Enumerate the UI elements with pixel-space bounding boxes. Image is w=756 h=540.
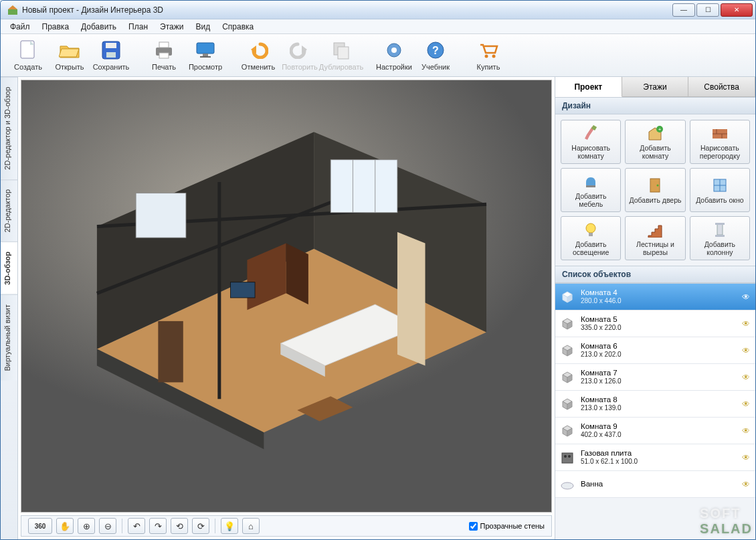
object-row[interactable]: Комната 6213.0 x 202.0👁 xyxy=(555,337,755,364)
save-button[interactable]: Сохранить xyxy=(90,38,132,72)
redo-button[interactable]: Повторить xyxy=(279,38,320,72)
design-btn-window[interactable]: Добавить окно xyxy=(690,168,750,212)
menu-help[interactable]: Справка xyxy=(217,21,259,33)
object-row[interactable]: Комната 9402.0 x 437.0👁 xyxy=(555,418,755,444)
open-button[interactable]: Открыть xyxy=(49,38,90,72)
object-name: Комната 4 xyxy=(581,288,622,297)
svg-rect-10 xyxy=(197,43,214,54)
tab-2d-editor[interactable]: 2D-редактор xyxy=(1,179,17,242)
object-name: Комната 7 xyxy=(581,369,622,377)
menu-edit[interactable]: Правка xyxy=(37,21,75,33)
menu-plan[interactable]: План xyxy=(123,21,153,33)
object-row[interactable]: Комната 4280.0 x 446.0👁 xyxy=(555,284,755,310)
bulb-icon: 💡 xyxy=(224,521,235,531)
objects-list[interactable]: Комната 4280.0 x 446.0👁Комната 5335.0 x … xyxy=(555,283,755,539)
app-window: Новый проект - Дизайн Интерьера 3D — ☐ ✕… xyxy=(0,0,756,540)
svg-point-21 xyxy=(485,55,488,58)
pan-button[interactable]: ✋ xyxy=(56,518,74,534)
menubar: Файл Правка Добавить План Этажи Вид Спра… xyxy=(1,19,755,34)
main-toolbar: Создать Открыть Сохранить Печать Просмот… xyxy=(1,34,755,77)
design-btn-door[interactable]: Добавить дверь xyxy=(625,168,685,212)
design-btn-chair[interactable]: Добавить мебель xyxy=(561,168,621,212)
object-row[interactable]: Газовая плита51.0 x 62.1 x 100.0👁 xyxy=(555,444,755,471)
object-name: Газовая плита xyxy=(581,449,638,458)
svg-rect-0 xyxy=(8,9,17,15)
visibility-toggle[interactable]: 👁 xyxy=(742,480,750,489)
bulb-icon xyxy=(581,221,600,238)
home-view-button[interactable]: ⌂ xyxy=(242,518,260,534)
design-btn-stairs[interactable]: Лестницы и вырезы xyxy=(625,216,685,260)
object-name: Ванна xyxy=(581,480,603,488)
lighting-button[interactable]: 💡 xyxy=(221,518,238,534)
svg-rect-34 xyxy=(159,321,183,381)
svg-marker-1 xyxy=(8,5,17,9)
create-button[interactable]: Создать xyxy=(7,38,49,72)
visibility-toggle[interactable]: 👁 xyxy=(742,319,750,329)
menu-file[interactable]: Файл xyxy=(5,21,35,33)
object-icon xyxy=(559,344,575,357)
svg-rect-33 xyxy=(136,193,186,238)
visibility-toggle[interactable]: 👁 xyxy=(742,346,750,355)
maximize-button[interactable]: ☐ xyxy=(696,3,719,17)
object-row[interactable]: Комната 5335.0 x 220.0👁 xyxy=(555,310,755,337)
transparent-walls-checkbox[interactable] xyxy=(469,522,478,531)
svg-point-80 xyxy=(564,455,567,458)
duplicate-button[interactable]: Дублировать xyxy=(320,38,362,72)
rotate-left-button[interactable]: ↶ xyxy=(128,518,145,534)
design-btn-column[interactable]: Добавить колонну xyxy=(690,216,750,260)
minimize-button[interactable]: — xyxy=(672,3,695,17)
buy-button[interactable]: Купить xyxy=(468,38,509,72)
menu-floors[interactable]: Этажи xyxy=(155,21,189,33)
zoom-in-icon: ⊕ xyxy=(83,521,90,531)
svg-point-56 xyxy=(586,223,595,233)
svg-rect-6 xyxy=(106,52,116,58)
object-dims: 213.0 x 126.0 xyxy=(581,377,622,385)
menu-add[interactable]: Добавить xyxy=(76,21,122,33)
visibility-toggle[interactable]: 👁 xyxy=(742,399,750,409)
design-btn-wall[interactable]: Нарисовать перегородку xyxy=(690,120,750,164)
svg-rect-16 xyxy=(338,47,349,59)
design-btn-bulb[interactable]: Добавить освещение xyxy=(561,216,621,260)
cart-icon xyxy=(478,39,499,61)
object-row[interactable]: Комната 8213.0 x 139.0👁 xyxy=(555,391,755,418)
close-button[interactable]: ✕ xyxy=(721,3,753,17)
window-controls: — ☐ ✕ xyxy=(671,3,753,17)
3d-viewport[interactable] xyxy=(21,80,552,513)
object-name: Комната 5 xyxy=(581,315,622,324)
tilt-up-button[interactable]: ⟲ xyxy=(171,518,188,534)
wall-icon xyxy=(711,124,729,142)
object-row[interactable]: Комната 7213.0 x 126.0👁 xyxy=(555,364,755,391)
preview-button[interactable]: Просмотр xyxy=(185,38,226,72)
window-icon xyxy=(711,177,729,194)
object-icon xyxy=(559,478,575,491)
monitor-icon xyxy=(195,39,216,61)
tab-2d3d[interactable]: 2D-редактор и 3D-обзор xyxy=(1,77,17,179)
workspace: 2D-редактор и 3D-обзор 2D-редактор 3D-об… xyxy=(1,77,755,539)
tilt-down-button[interactable]: ⟳ xyxy=(192,518,209,534)
design-btn-brush[interactable]: Нарисовать комнату xyxy=(561,120,621,164)
column-icon xyxy=(711,221,729,238)
visibility-toggle[interactable]: 👁 xyxy=(742,373,750,382)
tab-3d-view[interactable]: 3D-обзор xyxy=(1,242,17,294)
print-button[interactable]: Печать xyxy=(143,38,185,72)
settings-button[interactable]: Настройки xyxy=(373,38,415,72)
visibility-toggle[interactable]: 👁 xyxy=(742,453,750,462)
rotate-right-button[interactable]: ↷ xyxy=(149,518,167,534)
object-row[interactable]: Ванна👁 xyxy=(555,471,755,498)
zoom-out-button[interactable]: ⊖ xyxy=(99,518,116,534)
undo-button[interactable]: Отменить xyxy=(238,38,279,72)
view-360-button[interactable]: 360 xyxy=(28,518,52,534)
menu-view[interactable]: Вид xyxy=(190,21,215,33)
transparent-walls-toggle[interactable]: Прозрачные стены xyxy=(469,522,545,531)
design-btn-add-room[interactable]: +Добавить комнату xyxy=(625,120,685,164)
tab-floors[interactable]: Этажи xyxy=(622,77,689,97)
tab-properties[interactable]: Свойства xyxy=(688,77,755,97)
object-icon xyxy=(559,397,575,411)
visibility-toggle[interactable]: 👁 xyxy=(742,426,750,436)
tutorial-button[interactable]: ?Учебник xyxy=(415,38,456,72)
objects-header: Список объектов xyxy=(555,266,755,283)
tab-virtual-visit[interactable]: Виртуальный визит xyxy=(1,294,17,381)
zoom-in-button[interactable]: ⊕ xyxy=(78,518,95,534)
tab-project[interactable]: Проект xyxy=(555,77,622,97)
visibility-toggle[interactable]: 👁 xyxy=(742,292,750,302)
